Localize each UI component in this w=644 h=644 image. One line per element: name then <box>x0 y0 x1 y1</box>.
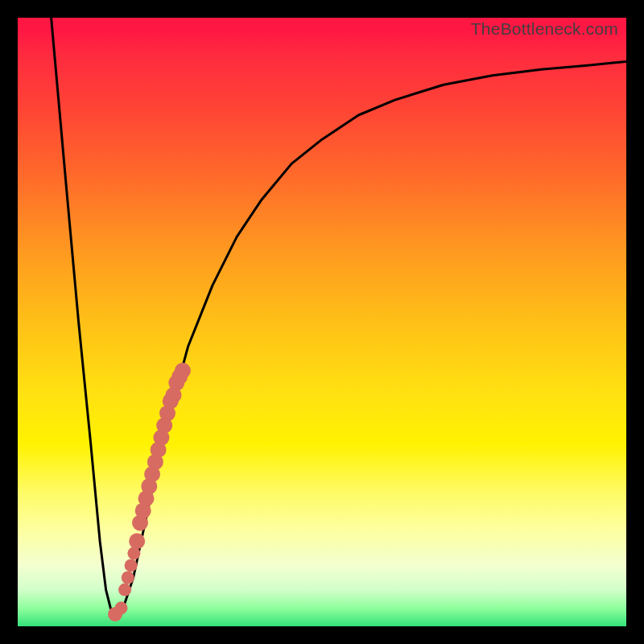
plot-area: TheBottleneck.com <box>18 18 626 626</box>
scatter-point <box>122 572 134 584</box>
chart-overlay <box>18 18 626 626</box>
scatter-point <box>115 601 128 614</box>
chart-frame: TheBottleneck.com <box>0 0 644 644</box>
scatter-point <box>175 363 191 379</box>
scatter-point <box>118 584 131 597</box>
scatter-point <box>129 533 145 549</box>
scatter-point <box>125 559 138 572</box>
salmon-points <box>108 363 191 621</box>
